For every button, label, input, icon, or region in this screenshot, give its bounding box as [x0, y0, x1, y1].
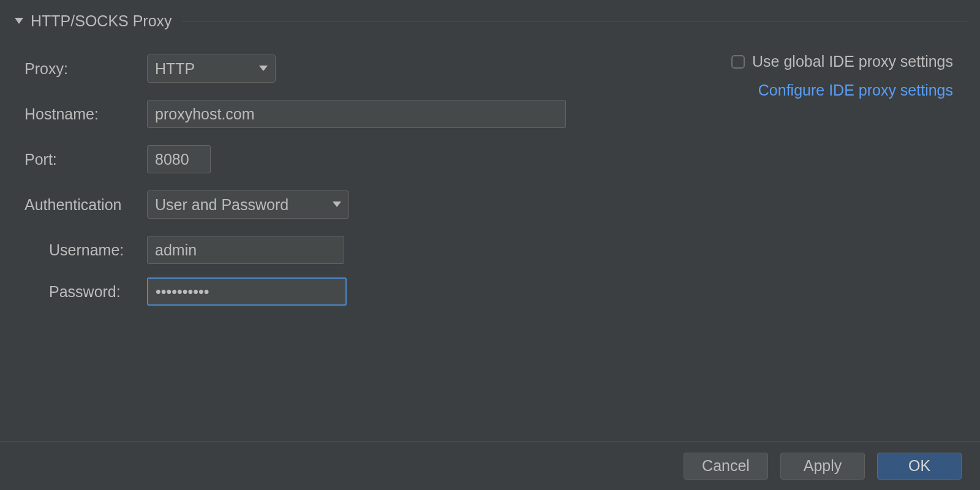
- proxy-type-select[interactable]: HTTP: [147, 55, 276, 83]
- section-header[interactable]: HTTP/SOCKS Proxy: [0, 0, 980, 36]
- cancel-button[interactable]: Cancel: [684, 453, 768, 480]
- port-label: Port:: [24, 151, 147, 168]
- username-input[interactable]: [147, 236, 344, 264]
- password-label: Password:: [24, 283, 147, 301]
- button-bar: Cancel Apply OK: [0, 441, 980, 490]
- chevron-down-icon: [259, 66, 268, 72]
- authentication-value: User and Password: [155, 196, 288, 214]
- authentication-select[interactable]: User and Password: [147, 190, 349, 219]
- cancel-button-label: Cancel: [702, 457, 750, 475]
- ok-button-label: OK: [908, 457, 930, 475]
- apply-button[interactable]: Apply: [780, 453, 865, 480]
- proxy-label: Proxy:: [24, 60, 147, 78]
- collapse-arrow-icon[interactable]: [15, 18, 23, 25]
- svg-marker-1: [259, 66, 268, 71]
- hostname-label: Hostname:: [24, 105, 147, 123]
- username-label: Username:: [24, 241, 147, 259]
- hostname-input[interactable]: [147, 100, 566, 128]
- proxy-settings-panel: HTTP/SOCKS Proxy Use global IDE proxy se…: [0, 0, 980, 490]
- ok-button[interactable]: OK: [877, 453, 962, 480]
- form-area: Proxy: HTTP Hostname: Port: Authenticati…: [0, 36, 980, 306]
- section-title: HTTP/SOCKS Proxy: [31, 12, 172, 30]
- authentication-label: Authentication: [24, 196, 147, 214]
- apply-button-label: Apply: [804, 457, 842, 475]
- section-divider: [182, 21, 968, 21]
- password-input[interactable]: [147, 277, 347, 306]
- svg-marker-2: [333, 202, 341, 207]
- port-input[interactable]: [147, 145, 211, 173]
- svg-marker-0: [15, 18, 23, 24]
- chevron-down-icon: [333, 202, 341, 208]
- proxy-type-value: HTTP: [155, 60, 195, 78]
